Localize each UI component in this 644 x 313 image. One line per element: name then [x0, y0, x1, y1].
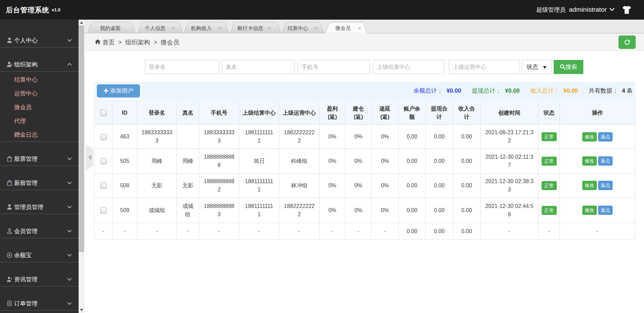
svg-text:×: ×	[268, 25, 271, 32]
svg-text:×: ×	[358, 25, 361, 32]
svg-text:机构收入: 机构收入	[191, 25, 212, 31]
svg-text:×: ×	[218, 25, 221, 32]
svg-text:银行卡信息: 银行卡信息	[237, 25, 263, 31]
svg-text:结算中心: 结算中心	[288, 25, 308, 31]
svg-text:×: ×	[314, 25, 318, 32]
svg-text:我的桌面: 我的桌面	[100, 25, 121, 31]
svg-text:×: ×	[172, 25, 175, 32]
svg-text:微会员: 微会员	[335, 25, 351, 31]
svg-text:个人信息: 个人信息	[145, 25, 165, 31]
